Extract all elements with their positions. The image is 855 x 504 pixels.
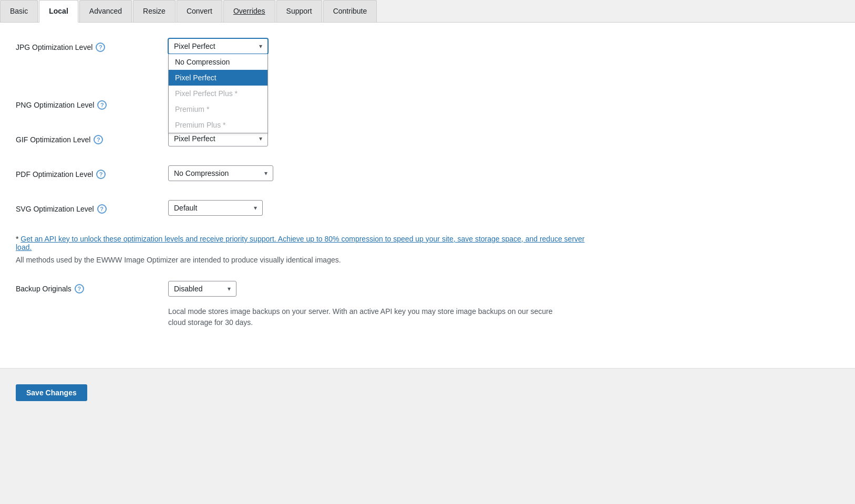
gif-label: GIF Optimization Level ? (16, 131, 168, 144)
api-info-section: * Get an API key to unlock these optimiz… (16, 235, 594, 264)
tab-advanced[interactable]: Advanced (79, 0, 132, 22)
backup-chevron-icon: ▾ (228, 285, 231, 292)
jpg-option-premium-plus[interactable]: Premium Plus * (169, 117, 267, 133)
backup-selected-value: Disabled (174, 285, 202, 293)
gif-help-icon[interactable]: ? (94, 135, 103, 144)
gif-row: GIF Optimization Level ? Pixel Perfect ▾ (16, 131, 839, 146)
tab-local[interactable]: Local (39, 0, 78, 23)
backup-select-wrap: Disabled ▾ (168, 281, 236, 297)
jpg-selected-value: Pixel Perfect (174, 42, 215, 50)
tab-overrides[interactable]: Overrides (223, 0, 275, 22)
backup-description: Local mode stores image backups on your … (168, 306, 568, 328)
tab-basic[interactable]: Basic (0, 0, 38, 22)
svg-selected-value: Default (174, 204, 197, 212)
api-link[interactable]: Get an API key to unlock these optimizat… (16, 235, 585, 251)
png-help-icon[interactable]: ? (97, 100, 107, 110)
jpg-option-premium[interactable]: Premium * (169, 101, 267, 117)
pdf-chevron-icon: ▾ (264, 170, 267, 177)
png-row: PNG Optimization Level ? Pixel Perfect ▾ (16, 96, 839, 112)
svg-help-icon[interactable]: ? (97, 204, 107, 214)
tabs-bar: Basic Local Advanced Resize Convert Over… (0, 0, 855, 23)
pdf-label: PDF Optimization Level ? (16, 165, 168, 179)
page-wrapper: Basic Local Advanced Resize Convert Over… (0, 0, 855, 504)
jpg-select-wrap: Pixel Perfect ▾ No Compression Pixel Per… (168, 38, 268, 54)
pdf-select-wrap: No Compression ▾ (168, 165, 273, 181)
backup-help-icon[interactable]: ? (75, 284, 84, 293)
tab-support[interactable]: Support (276, 0, 322, 22)
pdf-selected-value: No Compression (174, 169, 229, 177)
jpg-option-pixel-perfect-plus[interactable]: Pixel Perfect Plus * (169, 86, 267, 101)
backup-row: Backup Originals ? Disabled ▾ Local mode… (16, 281, 839, 328)
gif-selected-value: Pixel Perfect (174, 134, 215, 143)
pdf-select[interactable]: No Compression ▾ (168, 165, 273, 181)
jpg-chevron-icon: ▾ (259, 43, 262, 50)
svg-select[interactable]: Default ▾ (168, 200, 263, 216)
jpg-help-icon[interactable]: ? (96, 43, 105, 52)
tab-convert[interactable]: Convert (177, 0, 222, 22)
jpg-dropdown-menu: No Compression Pixel Perfect Pixel Perfe… (168, 54, 268, 133)
svg-label: SVG Optimization Level ? (16, 200, 168, 214)
pdf-row: PDF Optimization Level ? No Compression … (16, 165, 839, 181)
jpg-row: JPG Optimization Level ? Pixel Perfect ▾… (16, 38, 839, 54)
svg-chevron-icon: ▾ (254, 204, 257, 212)
jpg-option-no-compression[interactable]: No Compression (169, 54, 267, 70)
bottom-bar: Save Changes (0, 368, 855, 412)
info-text: All methods used by the EWWW Image Optim… (16, 256, 594, 264)
backup-label: Backup Originals ? (16, 284, 168, 293)
png-label: PNG Optimization Level ? (16, 96, 168, 110)
svg-select-wrap: Default ▾ (168, 200, 263, 216)
gif-chevron-icon: ▾ (259, 135, 262, 142)
pdf-help-icon[interactable]: ? (96, 170, 106, 179)
svg-row: SVG Optimization Level ? Default ▾ (16, 200, 839, 216)
jpg-label: JPG Optimization Level ? (16, 38, 168, 52)
jpg-select[interactable]: Pixel Perfect ▾ (168, 38, 268, 54)
jpg-option-pixel-perfect[interactable]: Pixel Perfect (169, 70, 267, 86)
tab-resize[interactable]: Resize (133, 0, 176, 22)
main-content: JPG Optimization Level ? Pixel Perfect ▾… (0, 23, 855, 368)
tab-contribute[interactable]: Contribute (323, 0, 377, 22)
save-button[interactable]: Save Changes (16, 384, 87, 401)
api-link-line: * Get an API key to unlock these optimiz… (16, 235, 594, 251)
api-prefix: * (16, 235, 20, 243)
backup-select[interactable]: Disabled ▾ (168, 281, 236, 297)
